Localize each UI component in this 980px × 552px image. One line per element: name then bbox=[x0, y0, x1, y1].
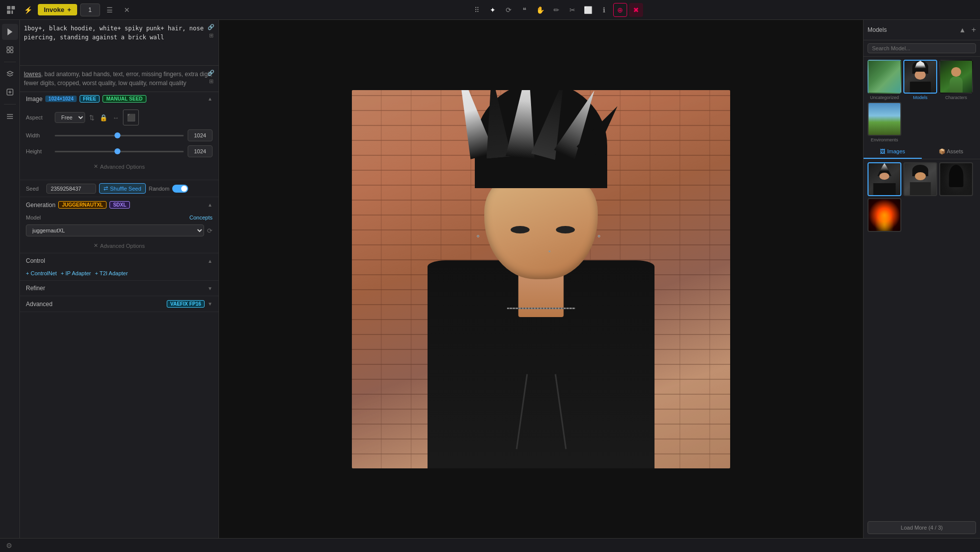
image-section-header[interactable]: Image 1024×1024 FREE MANUAL SEED ▲ bbox=[20, 92, 218, 106]
t2-body bbox=[910, 182, 931, 195]
negative-prompt-text[interactable]: lowres, bad anatomy, bad hands, text, er… bbox=[24, 70, 215, 88]
delete-icon[interactable]: ✖ bbox=[629, 3, 643, 17]
advanced-options-row[interactable]: ✕ Advanced Options bbox=[26, 161, 213, 174]
model-preview bbox=[904, 61, 936, 93]
add-t2i-button[interactable]: + T2I Adapter bbox=[95, 270, 128, 276]
select-icon[interactable]: ✦ bbox=[486, 3, 500, 17]
advanced-collapse[interactable]: ▼ bbox=[208, 301, 213, 307]
prompt-actions: 🔗 ⊞ bbox=[208, 24, 215, 39]
tab-images-label: 🖼 Images bbox=[880, 148, 905, 154]
width-slider[interactable] bbox=[55, 135, 184, 136]
control-title: Control bbox=[26, 257, 45, 264]
quote-icon[interactable]: ❝ bbox=[518, 3, 532, 17]
size-badge: 1024×1024 bbox=[45, 96, 76, 102]
settings-button[interactable]: ⚙ bbox=[6, 542, 12, 550]
category-characters[interactable]: Characters bbox=[939, 60, 973, 100]
generation-collapse[interactable]: ▲ bbox=[208, 202, 213, 208]
uncategorized-thumb bbox=[868, 60, 901, 94]
advanced-section-header[interactable]: Advanced VAEFIX FP16 ▼ bbox=[20, 296, 218, 312]
aspect-swap-icon[interactable]: ⇅ bbox=[88, 113, 96, 122]
brush-icon[interactable]: ✏ bbox=[549, 3, 563, 17]
model-preview-body bbox=[910, 82, 931, 93]
characters-thumb bbox=[939, 60, 973, 94]
t2i-label: + T2I Adapter bbox=[95, 270, 128, 276]
sidebar-item-generate[interactable] bbox=[2, 24, 18, 40]
advanced-section: Advanced VAEFIX FP16 ▼ bbox=[20, 296, 218, 312]
sidebar-item-menu[interactable] bbox=[2, 109, 18, 124]
refiner-title: Refiner bbox=[26, 285, 45, 292]
category-uncategorized[interactable]: Uncategorized bbox=[868, 60, 901, 100]
gallery-thumb-1[interactable] bbox=[868, 162, 901, 196]
random-toggle[interactable] bbox=[172, 185, 188, 193]
generation-section-header[interactable]: Generation JUGGERNAUTXL SDXL ▲ bbox=[20, 197, 218, 213]
rotate-icon[interactable]: ⟳ bbox=[502, 3, 516, 17]
aspect-select[interactable]: Free 1:1 4:3 16:9 bbox=[55, 112, 85, 123]
neg-link-icon[interactable]: 🔗 bbox=[208, 70, 215, 76]
neg-lowres: lowres bbox=[24, 71, 41, 78]
lightning-icon[interactable]: ⚡ bbox=[21, 3, 35, 17]
refiner-section-header[interactable]: Refiner ▼ bbox=[20, 281, 218, 296]
hand-icon[interactable]: ✋ bbox=[534, 3, 547, 17]
model-search-input[interactable] bbox=[868, 43, 976, 53]
add-controlnet-button[interactable]: + ControlNet bbox=[26, 270, 57, 276]
resize-preview[interactable]: ⬛ bbox=[123, 110, 139, 125]
tab-assets[interactable]: 📦 Assets bbox=[922, 145, 980, 159]
aspect-expand-icon[interactable]: ↔ bbox=[111, 113, 120, 122]
image-section-title: Image bbox=[26, 96, 42, 103]
crop-icon[interactable]: ⬜ bbox=[581, 3, 595, 17]
shuffle-seed-button[interactable]: ⇄ Shuffle Seed bbox=[99, 183, 146, 194]
load-more-button[interactable]: Load More (4 / 3) bbox=[868, 521, 976, 534]
height-slider-container bbox=[55, 151, 184, 152]
width-label: Width bbox=[26, 132, 51, 138]
sidebar-item-edit[interactable] bbox=[2, 84, 18, 100]
advanced-label: Advanced Options bbox=[100, 164, 145, 170]
category-row-2: Environments bbox=[864, 101, 980, 145]
category-models[interactable]: Models bbox=[903, 60, 937, 100]
svg-rect-8 bbox=[10, 50, 13, 53]
add-ip-adapter-button[interactable]: + IP Adapter bbox=[61, 270, 91, 276]
gallery-thumb-2[interactable] bbox=[903, 162, 937, 196]
gallery-thumb-4[interactable] bbox=[868, 198, 901, 232]
control-section-header[interactable]: Control ▲ bbox=[20, 253, 218, 268]
queue-icon[interactable]: ☰ bbox=[103, 3, 117, 17]
refiner-collapse[interactable]: ▼ bbox=[208, 286, 213, 291]
height-number-input[interactable] bbox=[188, 145, 213, 157]
neg-expand-icon[interactable]: ⊞ bbox=[208, 78, 215, 85]
grid-icon[interactable]: ⠿ bbox=[470, 3, 484, 17]
close-queue-icon[interactable]: ✕ bbox=[120, 3, 134, 17]
positive-prompt-input[interactable]: 1boy+, black hoodie, white+ spiky punk+ … bbox=[24, 24, 215, 60]
width-number-input[interactable] bbox=[188, 129, 213, 141]
tab-images[interactable]: 🖼 Images bbox=[864, 145, 922, 159]
image-section-collapse[interactable]: ▲ bbox=[208, 96, 213, 102]
image-section: Image 1024×1024 FREE MANUAL SEED ▲ Aspec… bbox=[20, 92, 218, 180]
eraser-icon[interactable]: ⊕ bbox=[613, 3, 627, 17]
aspect-form-row: Aspect Free 1:1 4:3 16:9 ⇅ 🔒 ↔ ⬛ bbox=[26, 110, 213, 125]
height-slider[interactable] bbox=[55, 151, 184, 152]
ear-piercing-left bbox=[477, 235, 479, 237]
invoke-count-input[interactable] bbox=[80, 3, 100, 16]
gallery-thumb-3[interactable] bbox=[939, 162, 973, 196]
models-add-button[interactable]: + bbox=[972, 25, 976, 34]
sidebar-item-layers[interactable] bbox=[2, 66, 18, 82]
prompt-link-icon[interactable]: 🔗 bbox=[208, 24, 215, 30]
concepts-link[interactable]: Concepts bbox=[190, 215, 213, 221]
svg-rect-0 bbox=[7, 6, 10, 9]
model-refresh-icon[interactable]: ⟳ bbox=[207, 227, 213, 234]
control-collapse[interactable]: ▲ bbox=[208, 258, 213, 264]
thumb-2-inner bbox=[904, 163, 936, 195]
controlnet-label: + ControlNet bbox=[26, 270, 57, 276]
environments-label: Environments bbox=[871, 137, 898, 142]
info-icon[interactable]: ℹ bbox=[597, 3, 611, 17]
seed-input[interactable] bbox=[46, 184, 96, 194]
model-dropdown[interactable]: juggernautXL bbox=[26, 224, 204, 236]
generation-advanced-row[interactable]: ✕ Advanced Options bbox=[20, 240, 218, 253]
scissors-icon[interactable]: ✂ bbox=[565, 3, 579, 17]
aspect-lock-icon[interactable]: 🔒 bbox=[99, 113, 109, 122]
juggernaut-badge: JUGGERNAUTXL bbox=[58, 201, 107, 209]
models-collapse-icon[interactable]: ▲ bbox=[956, 23, 970, 37]
category-environments[interactable]: Environments bbox=[868, 102, 901, 142]
invoke-button[interactable]: Invoke + bbox=[38, 4, 77, 15]
prompt-expand-icon[interactable]: ⊞ bbox=[208, 32, 215, 39]
free-badge: FREE bbox=[80, 95, 100, 103]
sidebar-item-upscale[interactable] bbox=[2, 42, 18, 58]
